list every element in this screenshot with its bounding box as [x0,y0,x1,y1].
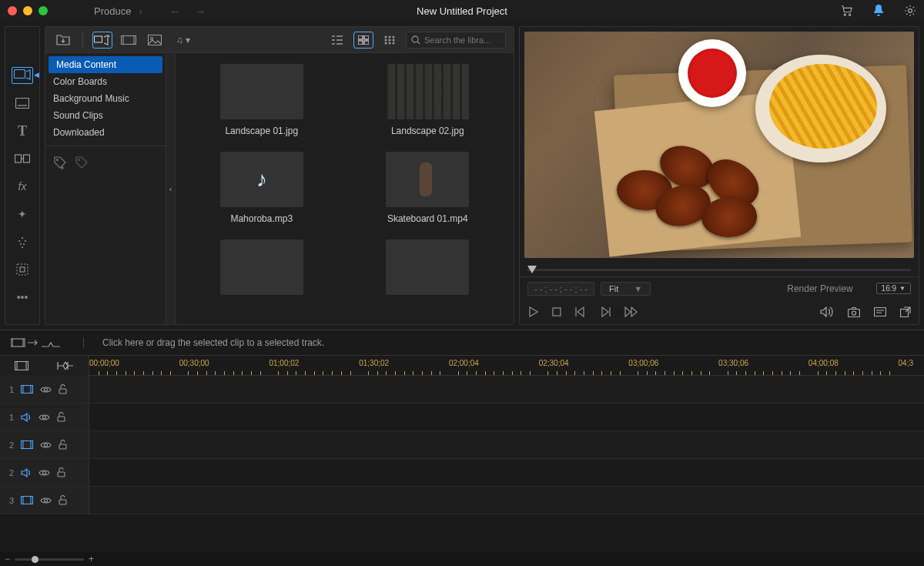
track-header: 1 [0,404,89,430]
svg-point-1 [849,14,850,15]
track-visibility-button[interactable] [40,386,52,394]
library-category-sound-clips[interactable]: Sound Clips [45,107,166,124]
sidebar-collapse-button[interactable]: ‹ [166,53,176,324]
fx-room-button[interactable]: fx [12,178,33,195]
media-item[interactable] [194,239,330,301]
title-room-button[interactable] [12,95,33,112]
preview-scrubber[interactable] [520,263,919,276]
popout-button[interactable] [900,306,911,317]
timeline-view-button[interactable] [15,361,28,370]
track-lock-button[interactable] [57,412,65,422]
fast-forward-button[interactable] [624,306,638,317]
view-list-button[interactable] [327,32,347,49]
track-lane[interactable] [89,404,924,430]
library-category-downloaded[interactable]: Downloaded [45,124,166,141]
track-header: 2 [0,431,89,458]
aspect-ratio-select[interactable]: 16:9 ▼ [876,283,911,294]
track-lane[interactable] [89,487,924,514]
library-category-color-boards[interactable]: Color Boards [45,73,166,90]
overlay-room-button[interactable]: ✦ [12,206,33,223]
svg-point-29 [385,42,387,44]
snapshot-button[interactable] [848,307,860,317]
media-item[interactable]: Mahoroba.mp3 [194,152,330,224]
audio-room-button[interactable] [12,261,33,278]
track-visibility-button[interactable] [38,414,50,421]
bell-icon[interactable] [872,5,885,17]
scrub-handle-icon[interactable] [527,266,537,273]
track-type-icon [21,468,32,477]
timeline-markers-button[interactable] [57,361,74,370]
track-number: 3 [9,496,14,505]
track-lane[interactable] [89,376,924,403]
track-lock-button[interactable] [59,384,67,394]
cart-icon[interactable] [841,5,853,17]
svg-point-0 [844,14,845,15]
track-lane[interactable] [89,431,924,458]
preview-viewport[interactable] [524,32,914,258]
track-type-icon [21,413,32,422]
play-button[interactable] [527,306,538,317]
library-category-background-music[interactable]: Background Music [45,90,166,107]
more-rooms-button[interactable]: ••• [12,289,33,306]
track-lock-button[interactable] [59,440,67,450]
filter-video-button[interactable] [119,32,139,49]
timeline-ruler[interactable]: 00;00;0000;30;0001;00;0201;30;0202;00;04… [89,356,924,376]
timecode-display[interactable]: - - ; - - ; - - ; - - [527,282,594,296]
view-grid-large-button[interactable] [353,32,373,49]
gear-icon[interactable] [904,5,916,17]
media-label: Skateboard 01.mp4 [387,213,468,224]
zoom-in-button[interactable]: + [89,554,94,564]
next-frame-button[interactable] [600,306,611,317]
particle-room-button[interactable] [12,233,33,250]
timeline-zoom-bar: − + [0,552,924,566]
ruler-tick: 02;30;04 [539,359,569,367]
prev-frame-button[interactable] [575,306,586,317]
chevron-down-icon: ▼ [634,284,642,293]
track-lock-button[interactable] [57,467,65,477]
track-visibility-button[interactable] [38,469,50,477]
remove-tag-icon[interactable] [75,156,89,169]
track-header: 3 [0,487,89,514]
track-number: 1 [9,385,14,394]
svg-rect-44 [59,389,66,394]
nav-back-button[interactable]: ← [169,5,181,18]
media-room-button[interactable] [12,67,33,84]
caption-button[interactable] [874,307,886,316]
library-search-input[interactable]: Search the libra... [406,32,506,49]
media-thumbnail [386,152,469,207]
close-window-button[interactable] [8,6,17,15]
aspect-label: 16:9 [882,284,896,293]
nav-forward-button[interactable]: → [195,5,206,18]
stop-button[interactable] [552,307,561,316]
volume-icon[interactable] [820,306,834,317]
media-item[interactable]: Skateboard 01.mp4 [360,152,496,224]
svg-rect-5 [15,155,22,162]
track-visibility-button[interactable] [40,497,52,504]
zoom-fit-select[interactable]: Fit ▼ [601,282,651,296]
svg-rect-21 [358,41,363,45]
track-visibility-button[interactable] [40,441,52,449]
add-tag-icon[interactable] [53,156,67,169]
track-lock-button[interactable] [59,495,67,505]
library-category-media-content[interactable]: Media Content [49,56,162,73]
media-label: Mahoroba.mp3 [230,213,293,224]
transition-room-button[interactable] [12,150,33,167]
produce-menu[interactable]: Produce › [94,5,142,17]
import-media-button[interactable] [53,32,73,49]
filter-audio-button[interactable]: ♫ ▾ [171,32,196,49]
render-preview-button[interactable]: Render Preview [787,283,852,294]
zoom-out-button[interactable]: − [5,554,10,564]
minimize-window-button[interactable] [23,6,32,15]
media-item[interactable]: Landscape 02.jpg [360,64,496,136]
insert-clip-icon[interactable] [11,337,60,349]
hint-message: Click here or drag the selected clip to … [83,337,324,348]
text-room-button[interactable]: T [12,122,33,139]
filter-all-button[interactable] [92,32,112,49]
view-grid-small-button[interactable] [380,32,400,49]
media-item[interactable]: Landscape 01.jpg [194,64,330,136]
zoom-window-button[interactable] [38,6,48,15]
track-lane[interactable] [89,459,924,486]
zoom-slider[interactable] [15,558,84,561]
media-item[interactable] [360,239,496,301]
filter-image-button[interactable] [145,32,165,49]
